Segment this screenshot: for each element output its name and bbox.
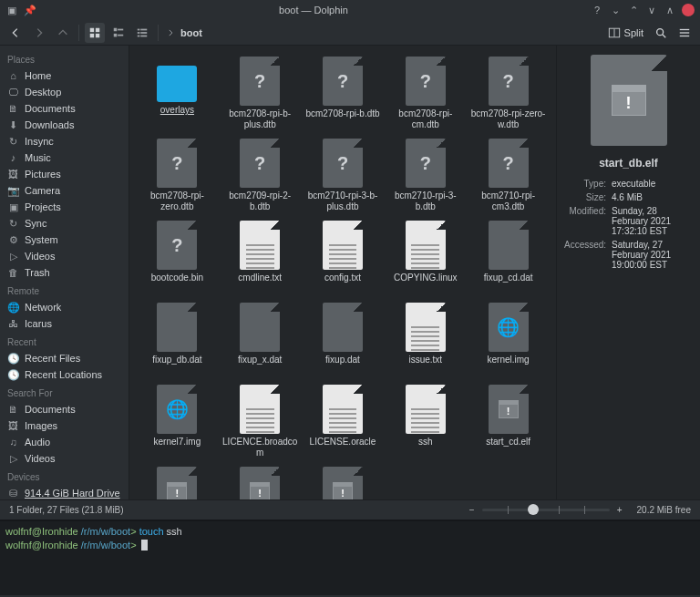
file-item[interactable]: fixup_cd.dat — [468, 219, 549, 299]
sidebar-item-insync[interactable]: ↻Insync — [0, 133, 129, 149]
sidebar-item-home[interactable]: ⌂Home — [0, 67, 129, 84]
svg-rect-9 — [140, 28, 147, 30]
info-row: Accessed:Saturday, 27 February 2021 19:0… — [564, 240, 693, 270]
file-item[interactable]: cmdline.txt — [220, 219, 301, 299]
sidebar-item-downloads[interactable]: ⬇Downloads — [0, 117, 129, 133]
zoom-out-icon[interactable]: − — [469, 505, 475, 515]
file-item[interactable]: ?bcm2710-rpi-cm3.dtb — [468, 137, 549, 217]
sidebar-item-camera[interactable]: 📷Camera — [0, 182, 129, 199]
file-label: ssh — [418, 437, 433, 448]
file-item[interactable]: start_db.elf — [137, 465, 218, 499]
file-item[interactable]: ?bcm2708-rpi-b.dtb — [303, 55, 384, 135]
pin-icon[interactable]: 📌 — [24, 4, 36, 16]
unknown-icon: ? — [157, 221, 197, 270]
details-view-button[interactable] — [132, 23, 152, 43]
sidebar-item-label: Audio — [25, 437, 50, 448]
file-item[interactable]: fixup.dat — [303, 301, 384, 381]
info-val: 4.6 MiB — [612, 192, 693, 202]
sidebar-item-videos[interactable]: ▷Videos — [0, 248, 129, 264]
file-item[interactable]: start.elf — [303, 465, 384, 499]
sidebar-item-videos[interactable]: ▷Videos — [0, 450, 129, 467]
file-item[interactable]: ?bcm2710-rpi-3-b.dtb — [385, 137, 466, 217]
maximize-icon[interactable]: ∧ — [664, 4, 676, 16]
back-button[interactable] — [5, 23, 26, 43]
file-item[interactable]: overlays — [137, 55, 218, 135]
sidebar-item-label: Music — [25, 152, 51, 163]
sidebar-item-system[interactable]: ⚙System — [0, 232, 129, 248]
svg-rect-4 — [114, 27, 118, 31]
file-item[interactable]: LICENCE.broadcom — [220, 383, 301, 463]
file-item[interactable]: config.txt — [303, 219, 384, 299]
split-button[interactable]: Split — [604, 26, 647, 39]
zoom-in-icon[interactable]: + — [617, 505, 623, 515]
file-item[interactable]: ?bcm2708-rpi-b-plus.dtb — [220, 55, 301, 135]
videos-icon: ▷ — [7, 453, 19, 465]
sidebar-heading: Recent — [0, 332, 129, 350]
svg-rect-1 — [96, 27, 99, 31]
file-label: bcm2710-rpi-cm3.dtb — [468, 190, 549, 211]
sidebar-item-sync[interactable]: ↻Sync — [0, 215, 129, 232]
sidebar-item-recent-locations[interactable]: 🕓Recent Locations — [0, 366, 129, 383]
minimize-icon[interactable]: ∨ — [645, 4, 658, 16]
sidebar-item-documents[interactable]: 🗎Documents — [0, 401, 129, 417]
zoom-slider-thumb[interactable] — [528, 504, 539, 515]
file-item[interactable]: 🌐kernel.img — [468, 301, 549, 381]
documents-icon: 🗎 — [7, 404, 19, 416]
keep-below-icon[interactable]: ⌄ — [609, 4, 622, 16]
txt-icon — [406, 385, 446, 434]
sidebar-heading: Remote — [0, 281, 129, 299]
help-icon[interactable]: ? — [591, 4, 603, 16]
file-item[interactable]: LICENSE.oracle — [303, 383, 384, 463]
terminal-panel[interactable]: wolfnf@Ironhide /r/m/w/boot> touch sshwo… — [0, 520, 700, 595]
sidebar-item-network[interactable]: 🌐Network — [0, 299, 129, 315]
documents-icon: 🗎 — [7, 103, 19, 115]
sidebar-item-label: Videos — [25, 453, 55, 464]
breadcrumb-chevron-icon[interactable] — [164, 23, 177, 43]
sidebar-item-documents[interactable]: 🗎Documents — [0, 100, 129, 117]
sidebar-item-trash[interactable]: 🗑Trash — [0, 264, 129, 281]
file-item[interactable]: 🌐kernel7.img — [137, 383, 218, 463]
sidebar-item-audio[interactable]: ♫Audio — [0, 434, 129, 450]
file-item[interactable]: start_x.elf — [220, 465, 301, 499]
file-item[interactable]: ssh — [385, 383, 466, 463]
breadcrumb-item[interactable]: boot — [180, 27, 202, 38]
sidebar-item-projects[interactable]: ▣Projects — [0, 199, 129, 215]
breadcrumb[interactable]: boot — [180, 27, 601, 38]
sidebar-item-icarus[interactable]: 🖧Icarus — [0, 315, 129, 332]
sidebar-item-label: Pictures — [25, 169, 61, 180]
search-button[interactable] — [651, 23, 671, 43]
sidebar-item-pictures[interactable]: 🖼Pictures — [0, 166, 129, 182]
bin-icon — [323, 303, 363, 352]
keep-above-icon[interactable]: ⌃ — [627, 4, 640, 16]
sidebar-item-recent-files[interactable]: 🕓Recent Files — [0, 350, 129, 366]
file-label: cmdline.txt — [238, 273, 282, 283]
zoom-slider[interactable] — [482, 509, 610, 511]
menu-button[interactable] — [674, 23, 695, 43]
file-item[interactable]: ?bcm2710-rpi-3-b-plus.dtb — [303, 137, 384, 217]
file-item[interactable]: start_cd.elf — [468, 383, 549, 463]
file-item[interactable]: fixup_db.dat — [137, 301, 218, 381]
file-item[interactable]: ?bcm2708-rpi-zero.dtb — [137, 137, 218, 217]
sidebar-item-music[interactable]: ♪Music — [0, 149, 129, 166]
images-icon: 🖼 — [7, 420, 19, 432]
txt-icon — [406, 221, 446, 270]
sidebar-item-desktop[interactable]: 🖵Desktop — [0, 84, 129, 100]
sidebar-item-images[interactable]: 🖼Images — [0, 417, 129, 434]
icons-view-button[interactable] — [85, 23, 105, 43]
file-item[interactable]: ?bcm2708-rpi-zero-w.dtb — [468, 55, 549, 135]
forward-button[interactable] — [29, 23, 49, 43]
network-icon: 🌐 — [7, 302, 19, 314]
file-item[interactable]: ?bootcode.bin — [137, 219, 218, 299]
sidebar-item-914-4-gib-hard-drive[interactable]: ⛁914.4 GiB Hard Drive — [0, 485, 129, 499]
svg-rect-11 — [140, 32, 147, 34]
close-icon[interactable] — [682, 4, 695, 16]
file-item[interactable]: ?bcm2708-rpi-cm.dtb — [385, 55, 466, 135]
file-item[interactable]: COPYING.linux — [385, 219, 466, 299]
file-item[interactable]: fixup_x.dat — [220, 301, 301, 381]
up-button[interactable] — [53, 23, 73, 43]
file-item[interactable]: ?bcm2709-rpi-2-b.dtb — [220, 137, 301, 217]
file-label: config.txt — [324, 273, 361, 283]
file-item[interactable]: issue.txt — [385, 301, 466, 381]
elf-icon — [240, 467, 280, 499]
compact-view-button[interactable] — [108, 23, 129, 43]
